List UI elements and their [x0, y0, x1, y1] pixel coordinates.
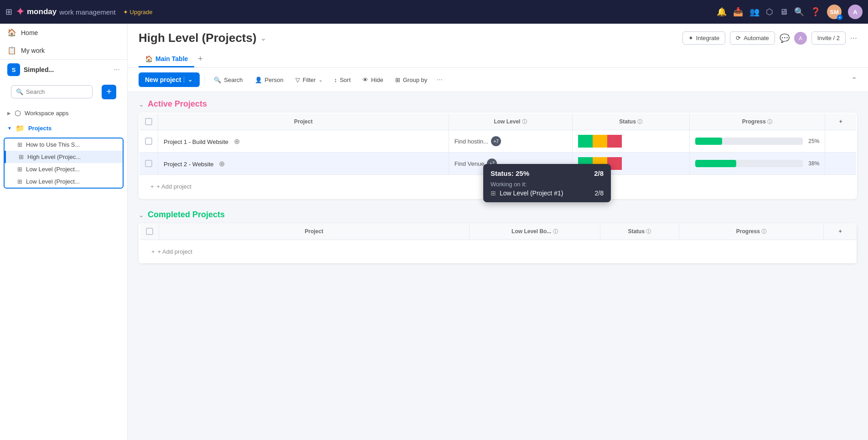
- sidebar-item-home[interactable]: 🏠 Home: [0, 24, 127, 41]
- workspace-apps-label: Workspace apps: [25, 110, 69, 117]
- sidebar-search-row: 🔍 +: [0, 80, 127, 104]
- grid-icon[interactable]: ⊞: [5, 7, 12, 17]
- add-people-icon[interactable]: 👥: [749, 7, 760, 17]
- workspace-header[interactable]: S Simpled... ···: [0, 59, 127, 80]
- row2-checkbox[interactable]: [145, 160, 152, 167]
- add-completed-project-button[interactable]: + + Add project: [146, 245, 851, 259]
- board-body: ⌄ Active Projects Project Low Level ⓘ: [128, 92, 868, 440]
- sidebar-item-workspace-apps[interactable]: ▶ ⬡ Workspace apps: [0, 106, 127, 121]
- board-label-0: How to Use This S...: [26, 141, 80, 148]
- automate-icon: ⟳: [736, 35, 741, 41]
- row2-add-icon[interactable]: ⊕: [219, 160, 225, 168]
- monitor-icon[interactable]: 🖥: [780, 7, 788, 17]
- row1-project-cell: Project 1 - Build Website ⊕: [158, 130, 449, 153]
- projects-label: Projects: [28, 125, 52, 132]
- sidebar-search-input[interactable]: [26, 88, 88, 95]
- header-checkbox[interactable]: [145, 118, 152, 125]
- tab-main-table[interactable]: 🏠 Main Table: [139, 51, 194, 67]
- automate-button[interactable]: ⟳ Automate: [730, 31, 775, 45]
- completed-status-info-icon[interactable]: ⓘ: [646, 229, 651, 234]
- boards-container: ⊞ How to Use This S... ⊞ High Level (Pro…: [4, 138, 124, 189]
- tooltip-project-count: 2/8: [595, 189, 604, 197]
- row2-checkbox-cell: [139, 153, 158, 175]
- toolbar-more-icon[interactable]: ···: [434, 74, 444, 86]
- add-project-icon: +: [150, 183, 154, 190]
- sidebar-board-high-level[interactable]: ⊞ High Level (Projec...: [5, 151, 123, 163]
- workspace-apps-icon: ⬡: [15, 109, 21, 118]
- completed-header-add-col[interactable]: +: [824, 223, 857, 240]
- sidebar-item-my-work[interactable]: 📋 My work: [0, 41, 127, 59]
- inbox-icon[interactable]: 📥: [733, 7, 743, 17]
- sort-button[interactable]: ↕ Sort: [330, 74, 355, 86]
- header-user-avatar[interactable]: A: [794, 32, 807, 45]
- main-table-label: Main Table: [155, 55, 188, 62]
- active-projects-header: ⌄ Active Projects: [139, 99, 857, 109]
- integrate-button[interactable]: ✦ Integrate: [682, 31, 725, 45]
- search-button[interactable]: 🔍 Search: [209, 74, 247, 86]
- header-more-icon[interactable]: ···: [850, 33, 857, 43]
- person-button[interactable]: 👤 Person: [250, 74, 288, 86]
- board-header: High Level (Projects) ⌄ ✦ Integrate ⟳ Au…: [128, 24, 868, 68]
- sidebar-new-button[interactable]: +: [102, 85, 116, 99]
- apps-icon[interactable]: ⬡: [766, 7, 773, 17]
- row1-checkbox[interactable]: [145, 138, 152, 145]
- hide-button[interactable]: 👁 Hide: [358, 74, 388, 86]
- add-tab-button[interactable]: +: [194, 51, 207, 67]
- user-avatar[interactable]: SM +: [827, 5, 842, 19]
- new-project-button[interactable]: New project ⌄: [139, 72, 200, 87]
- completed-projects-header: ⌄ Completed Projects: [139, 210, 857, 220]
- row1-badge[interactable]: +7: [491, 136, 501, 146]
- tooltip-project-row: ⊞ Low Level (Project #1) 2/8: [491, 189, 604, 197]
- header-add-col[interactable]: +: [825, 113, 857, 130]
- new-project-chevron-icon[interactable]: ⌄: [184, 77, 193, 83]
- toolbar-collapse-icon[interactable]: ⌃: [851, 76, 857, 84]
- sidebar-search-icon: 🔍: [16, 88, 23, 95]
- search-btn-icon: 🔍: [214, 77, 221, 83]
- board-label-2: Low Level (Project...: [26, 166, 80, 173]
- board-icon-0: ⊞: [17, 141, 22, 148]
- active-group-title: Active Projects: [148, 99, 207, 109]
- sidebar-item-projects[interactable]: ▼ 📁 Projects: [0, 121, 127, 136]
- group-by-button[interactable]: ⊞ Group by: [391, 74, 432, 86]
- low-level-info-icon[interactable]: ⓘ: [522, 119, 527, 124]
- row1-extra-cell: [825, 130, 857, 153]
- completed-header-project: Project: [159, 223, 470, 240]
- sidebar-search-box[interactable]: 🔍: [11, 85, 93, 98]
- completed-group-chevron-icon[interactable]: ⌄: [139, 211, 144, 219]
- bell-icon[interactable]: 🔔: [717, 7, 727, 17]
- tooltip-popup: Status: 25% 2/8 Working on it: ⊞ Low Lev…: [483, 164, 611, 202]
- progress-info-icon[interactable]: ⓘ: [767, 119, 772, 124]
- sidebar-board-low-level-1[interactable]: ⊞ Low Level (Project...: [5, 163, 123, 175]
- tooltip-project-name[interactable]: Low Level (Project #1): [500, 189, 591, 197]
- row1-low-level-text: Find hostin...: [455, 138, 488, 145]
- board-title-chevron-icon[interactable]: ⌄: [260, 34, 266, 42]
- toolbar: New project ⌄ 🔍 Search 👤 Person ▽ Filter…: [128, 68, 868, 92]
- upgrade-button[interactable]: ✦ Upgrade: [123, 9, 153, 15]
- sidebar-board-how-to[interactable]: ⊞ How to Use This S...: [5, 138, 123, 151]
- row2-extra-cell: [825, 153, 857, 175]
- completed-low-level-info-icon[interactable]: ⓘ: [553, 229, 558, 234]
- status-info-icon[interactable]: ⓘ: [637, 119, 642, 124]
- chat-icon[interactable]: 💬: [780, 33, 790, 43]
- row1-status-orange: [593, 135, 607, 148]
- board-label-3: Low Level (Project...: [26, 178, 80, 185]
- filter-button[interactable]: ▽ Filter ⌄: [291, 74, 327, 86]
- workspace-letter: S: [7, 63, 20, 76]
- completed-header-checkbox[interactable]: [146, 228, 153, 235]
- board-tabs: 🏠 Main Table +: [139, 51, 857, 67]
- tooltip-status-count: 2/8: [594, 169, 604, 177]
- search-icon[interactable]: 🔍: [794, 7, 804, 17]
- row1-status-cell[interactable]: [572, 130, 689, 153]
- row1-progress-bar-bg: [695, 138, 803, 145]
- help-icon[interactable]: ❓: [811, 7, 821, 17]
- invite-button[interactable]: Invite / 2: [811, 31, 846, 45]
- sidebar-board-low-level-2[interactable]: ⊞ Low Level (Project...: [5, 175, 123, 188]
- row1-status-red: [607, 135, 622, 148]
- active-group-chevron-icon[interactable]: ⌄: [139, 101, 144, 108]
- workspace-more-icon[interactable]: ···: [114, 66, 120, 74]
- sidebar: 🏠 Home 📋 My work S Simpled... ··· 🔍 + ▶ …: [0, 24, 128, 440]
- second-avatar[interactable]: A: [848, 5, 863, 19]
- board-icon-1: ⊞: [19, 153, 24, 160]
- row1-add-icon[interactable]: ⊕: [234, 138, 240, 145]
- completed-progress-info-icon[interactable]: ⓘ: [761, 229, 766, 234]
